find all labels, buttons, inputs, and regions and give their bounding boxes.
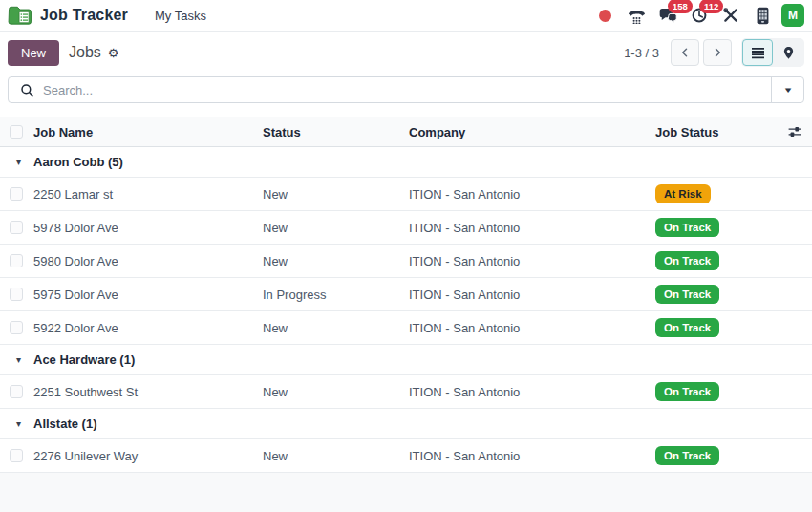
company-cell: ITION - San Antonio bbox=[409, 288, 655, 302]
job-status-badge: On Track bbox=[655, 318, 719, 337]
company-cell: ITION - San Antonio bbox=[409, 187, 655, 202]
status-cell: New bbox=[263, 449, 409, 463]
control-panel: New Jobs ⚙ 1-3 / 3 bbox=[0, 32, 812, 74]
row-checkbox[interactable] bbox=[10, 385, 23, 398]
group-label: Ace Hardware (1) bbox=[33, 352, 135, 367]
list-view-icon bbox=[751, 47, 765, 59]
pager-next-button[interactable] bbox=[703, 39, 732, 66]
row-checkbox[interactable] bbox=[10, 187, 23, 201]
app-window: Job Tracker My Tasks bbox=[0, 0, 812, 473]
job-status-cell: On Track bbox=[655, 218, 774, 237]
job-name-cell: 2251 Southwest St bbox=[33, 385, 263, 399]
group-header-row[interactable]: ▾ Allstate (1) bbox=[0, 409, 812, 439]
column-header-company[interactable]: Company bbox=[409, 125, 655, 139]
job-table-row[interactable]: 5978 Dolor Ave New ITION - San Antonio O… bbox=[0, 211, 812, 245]
company-cell: ITION - San Antonio bbox=[409, 321, 655, 335]
map-view-button[interactable] bbox=[773, 39, 803, 66]
job-table-row[interactable]: 5975 Dolor Ave In Progress ITION - San A… bbox=[0, 278, 812, 311]
main-menu: My Tasks bbox=[145, 3, 216, 29]
view-switcher bbox=[741, 38, 804, 67]
new-button[interactable]: New bbox=[8, 40, 59, 66]
company-cell: ITION - San Antonio bbox=[409, 254, 655, 268]
control-panel-right: 1-3 / 3 bbox=[624, 38, 804, 67]
navbar-systray: 158 112 bbox=[592, 3, 804, 28]
row-checkbox-cell bbox=[0, 449, 33, 462]
group-label: Aaron Cobb (5) bbox=[33, 155, 123, 169]
group-collapse-caret-icon: ▾ bbox=[16, 419, 26, 429]
group-header-row[interactable]: ▾ Ace Hardware (1) bbox=[0, 345, 812, 375]
record-dot-icon[interactable] bbox=[592, 3, 617, 28]
optional-columns-toggle[interactable] bbox=[774, 125, 812, 139]
job-status-cell: At Risk bbox=[655, 184, 774, 203]
top-navbar: Job Tracker My Tasks bbox=[0, 0, 812, 32]
company-cell: ITION - San Antonio bbox=[409, 221, 655, 235]
job-status-badge: On Track bbox=[655, 251, 719, 270]
user-avatar[interactable]: M bbox=[781, 4, 804, 27]
map-pin-icon bbox=[782, 46, 795, 60]
breadcrumb: Jobs ⚙ bbox=[69, 44, 118, 61]
search-filters-dropdown-toggle[interactable]: ▼ bbox=[771, 77, 803, 102]
status-cell: In Progress bbox=[263, 288, 409, 302]
tools-icon[interactable] bbox=[718, 3, 743, 28]
status-cell: New bbox=[263, 221, 409, 235]
search-area: ▼ bbox=[0, 74, 812, 117]
row-checkbox-cell bbox=[0, 288, 33, 301]
job-table-row[interactable]: 2251 Southwest St New ITION - San Antoni… bbox=[0, 375, 812, 409]
list-view-button[interactable] bbox=[742, 39, 773, 66]
status-cell: New bbox=[263, 187, 409, 202]
column-header-job-name[interactable]: Job Name bbox=[33, 125, 263, 139]
job-status-badge: On Track bbox=[655, 446, 719, 465]
company-cell: ITION - San Antonio bbox=[409, 449, 655, 463]
job-name-cell: 5975 Dolor Ave bbox=[33, 288, 263, 302]
table-header-row: Job Name Status Company Job Status bbox=[0, 117, 812, 147]
job-status-badge: On Track bbox=[655, 285, 719, 304]
group-collapse-caret-icon: ▾ bbox=[16, 355, 26, 365]
row-checkbox-cell bbox=[0, 254, 33, 267]
column-header-job-status[interactable]: Job Status bbox=[655, 125, 774, 139]
row-checkbox-cell bbox=[0, 221, 33, 234]
activity-clock-icon[interactable]: 112 bbox=[687, 3, 712, 28]
row-checkbox-cell bbox=[0, 187, 33, 201]
app-logo-folder-icon bbox=[8, 5, 32, 26]
group-label: Allstate (1) bbox=[33, 416, 96, 431]
jobs-list-body: ▾ Aaron Cobb (5) 2250 Lamar st New ITION… bbox=[0, 147, 812, 473]
job-table-row[interactable]: 2276 Unilever Way New ITION - San Antoni… bbox=[0, 439, 812, 473]
search-icon bbox=[9, 83, 43, 97]
job-name-cell: 5978 Dolor Ave bbox=[33, 221, 263, 235]
status-cell: New bbox=[263, 254, 409, 268]
select-all-checkbox[interactable] bbox=[10, 125, 23, 139]
job-table-row[interactable]: 2250 Lamar st New ITION - San Antonio At… bbox=[0, 178, 812, 211]
row-checkbox[interactable] bbox=[10, 321, 23, 334]
column-header-status[interactable]: Status bbox=[263, 125, 409, 139]
select-all-checkbox-cell bbox=[0, 125, 33, 139]
search-bar: ▼ bbox=[8, 76, 804, 103]
column-sliders-icon bbox=[787, 125, 802, 139]
menu-item-my-tasks[interactable]: My Tasks bbox=[145, 3, 216, 29]
mobile-device-icon[interactable] bbox=[750, 3, 775, 28]
view-settings-gear-icon[interactable]: ⚙ bbox=[108, 47, 119, 59]
job-name-cell: 2276 Unilever Way bbox=[33, 449, 263, 463]
messages-icon[interactable]: 158 bbox=[655, 3, 680, 28]
job-status-badge: At Risk bbox=[655, 184, 711, 203]
row-checkbox[interactable] bbox=[10, 449, 23, 462]
job-status-cell: On Track bbox=[655, 285, 774, 304]
app-brand[interactable]: Job Tracker bbox=[8, 5, 128, 26]
job-status-badge: On Track bbox=[655, 218, 719, 237]
phone-icon[interactable] bbox=[624, 3, 649, 28]
group-collapse-caret-icon: ▾ bbox=[16, 158, 26, 167]
job-table-row[interactable]: 5980 Dolor Ave New ITION - San Antonio O… bbox=[0, 245, 812, 278]
job-status-cell: On Track bbox=[655, 251, 774, 270]
job-name-cell: 5922 Dolor Ave bbox=[33, 321, 263, 335]
pager bbox=[671, 39, 732, 66]
job-status-cell: On Track bbox=[655, 318, 774, 337]
row-checkbox[interactable] bbox=[10, 254, 23, 267]
job-table-row[interactable]: 5922 Dolor Ave New ITION - San Antonio O… bbox=[0, 311, 812, 345]
page-title: Jobs bbox=[69, 44, 101, 61]
search-input[interactable] bbox=[43, 77, 771, 102]
status-cell: New bbox=[263, 385, 409, 399]
pager-previous-button[interactable] bbox=[671, 39, 699, 66]
job-status-cell: On Track bbox=[655, 446, 774, 465]
group-header-row[interactable]: ▾ Aaron Cobb (5) bbox=[0, 147, 812, 178]
row-checkbox[interactable] bbox=[10, 221, 23, 234]
row-checkbox[interactable] bbox=[10, 288, 23, 301]
